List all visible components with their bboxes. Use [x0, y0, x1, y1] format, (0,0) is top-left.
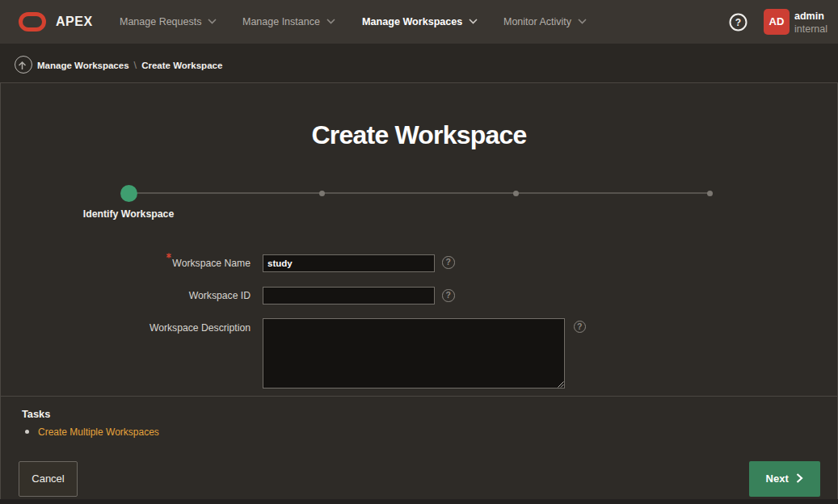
- svg-text:?: ?: [735, 17, 741, 28]
